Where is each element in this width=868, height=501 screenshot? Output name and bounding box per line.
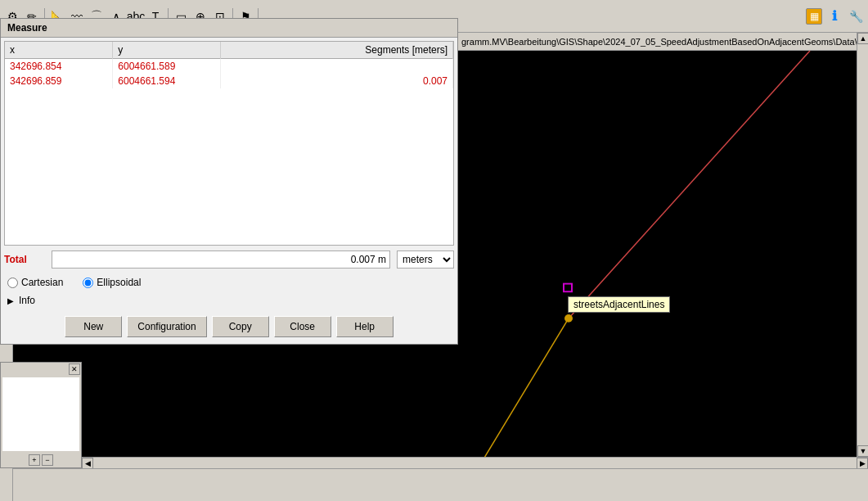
ellipsoidal-radio[interactable] xyxy=(83,278,93,288)
row2-x: 342696.859 xyxy=(5,74,113,88)
total-label: Total xyxy=(4,254,45,265)
map-svg xyxy=(458,51,868,468)
svg-line-0 xyxy=(569,51,810,318)
close-button[interactable]: Close xyxy=(274,316,331,337)
total-row: Total meters feet km miles xyxy=(1,246,457,273)
cartesian-label: Cartesian xyxy=(21,277,63,288)
mini-panel: ✕ + − xyxy=(0,362,82,468)
unit-select[interactable]: meters feet km miles xyxy=(397,250,454,269)
ellipsoidal-option[interactable]: Ellipsoidal xyxy=(83,277,141,288)
mini-zoom-in-button[interactable]: + xyxy=(29,454,40,466)
mini-panel-content xyxy=(2,377,79,451)
row1-x: 342696.854 xyxy=(5,59,113,74)
row1-seg xyxy=(221,59,453,74)
col-segments: Segments [meters] xyxy=(221,42,453,59)
cartesian-option[interactable]: Cartesian xyxy=(7,277,63,288)
table-row: 342696.859 6004661.594 0.007 xyxy=(5,74,453,88)
map-tooltip: streetsAdjacentLines xyxy=(568,296,670,313)
measure-titlebar: Measure xyxy=(1,19,457,38)
path-bar: gramm.MV\Bearbeitung\GIS\Shape\2024_07_0… xyxy=(458,33,857,51)
mini-panel-buttons: + − xyxy=(1,453,81,467)
info-arrow-icon: ▶ xyxy=(7,296,14,305)
mini-panel-top: ✕ xyxy=(1,363,81,376)
row2-seg: 0.007 xyxy=(221,74,453,88)
tooltip-text: streetsAdjacentLines xyxy=(573,299,664,310)
new-button[interactable]: New xyxy=(65,316,122,337)
col-y: y xyxy=(113,42,221,59)
help-button[interactable]: Help xyxy=(336,316,394,337)
table-header-row: x y Segments [meters] xyxy=(5,42,453,59)
col-x: x xyxy=(5,42,113,59)
info-label: Info xyxy=(19,295,35,306)
scroll-left-button[interactable]: ◀ xyxy=(82,458,93,469)
measure-dialog: Measure x y Segments [meters] xyxy=(0,18,458,345)
scroll-up-button[interactable]: ▲ xyxy=(857,33,868,44)
svg-line-1 xyxy=(458,318,569,468)
mini-zoom-out-button[interactable]: − xyxy=(42,454,53,466)
plugin-icon[interactable]: ▦ xyxy=(806,8,822,25)
settings-icon[interactable]: 🔧 xyxy=(847,7,865,25)
mini-close-button[interactable]: ✕ xyxy=(69,363,80,375)
measure-table: x y Segments [meters] 342696.854 6004661… xyxy=(5,42,453,88)
ellipsoidal-label: Ellipsoidal xyxy=(97,277,141,288)
svg-rect-2 xyxy=(564,284,572,292)
radio-row: Cartesian Ellipsoidal xyxy=(1,273,457,291)
horizontal-scrollbar[interactable]: ◀ ▶ xyxy=(82,457,868,468)
button-row: New Configuration Copy Close Help xyxy=(1,309,457,344)
vertical-scrollbar[interactable]: ▲ ▼ xyxy=(857,33,868,457)
bottom-bar xyxy=(0,468,868,501)
table-row: 342696.854 6004661.589 xyxy=(5,59,453,74)
measure-table-container: x y Segments [meters] 342696.854 6004661… xyxy=(4,41,454,246)
scroll-right-button[interactable]: ▶ xyxy=(857,458,868,469)
info-row[interactable]: ▶ Info xyxy=(1,291,457,309)
info-icon[interactable]: ℹ xyxy=(825,7,843,25)
measure-title: Measure xyxy=(7,22,47,34)
scroll-down-button[interactable]: ▼ xyxy=(857,445,868,457)
cartesian-radio[interactable] xyxy=(7,278,18,288)
total-value-input[interactable] xyxy=(52,250,390,269)
svg-point-3 xyxy=(564,314,573,323)
row1-y: 6004661.589 xyxy=(113,59,221,74)
configuration-button[interactable]: Configuration xyxy=(127,316,206,337)
path-text: gramm.MV\Bearbeitung\GIS\Shape\2024_07_0… xyxy=(461,37,857,47)
row2-y: 6004661.594 xyxy=(113,74,221,88)
copy-button[interactable]: Copy xyxy=(212,316,269,337)
